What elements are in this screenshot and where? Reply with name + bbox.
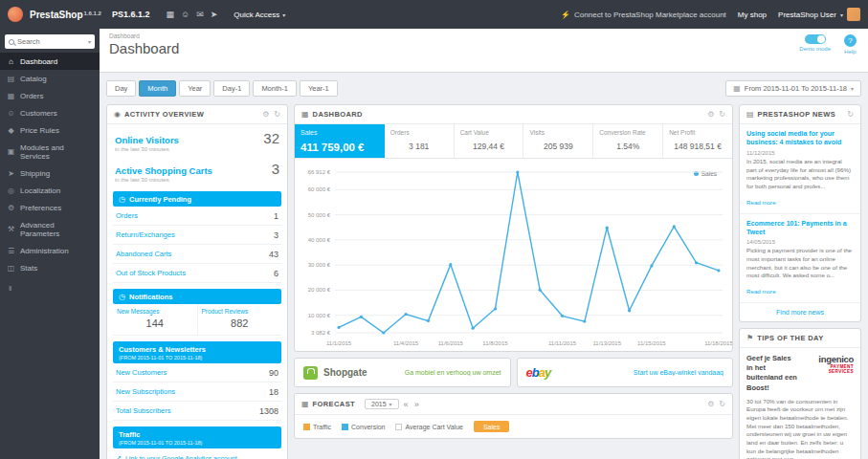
chevron-down-icon: ▾ bbox=[389, 401, 392, 407]
metric-subtext: in the last 30 minutes bbox=[115, 146, 279, 152]
sidebar-item-administration[interactable]: ☰Administration bbox=[0, 242, 100, 259]
kpi-tab-orders[interactable]: Orders3 181 bbox=[385, 124, 455, 158]
out-of-stock-link[interactable]: Out of Stock Products bbox=[116, 269, 186, 277]
refresh-icon[interactable]: ↻ bbox=[719, 110, 725, 119]
read-more-link[interactable]: Read more bbox=[746, 288, 776, 295]
sidebar-item-label: Dashboard bbox=[20, 57, 57, 66]
traffic-checkbox[interactable]: Traffic bbox=[303, 424, 331, 430]
refresh-icon[interactable]: ↻ bbox=[719, 400, 725, 408]
search-input[interactable] bbox=[17, 37, 85, 46]
activity-overview-panel: ◉ ACTIVITY OVERVIEW ⚙↻ Online Visitors32… bbox=[106, 104, 288, 459]
google-analytics-link[interactable]: ↗Link to your Google Analytics account bbox=[107, 448, 287, 459]
panel-title: ACTIVITY OVERVIEW bbox=[124, 110, 204, 119]
orders-link[interactable]: Orders bbox=[116, 211, 138, 220]
date-range-picker[interactable]: ▦ From 2015-11-01 To 2015-11-18 ▾ bbox=[725, 80, 861, 97]
cell-value: 882 bbox=[202, 317, 278, 329]
sidebar-item-customers[interactable]: ☺Customers bbox=[0, 104, 100, 121]
gear-icon[interactable]: ⚙ bbox=[262, 110, 269, 119]
product-reviews-link[interactable]: Product Reviews bbox=[202, 308, 278, 315]
date-range-subtitle: (FROM 2015-11-01 TO 2015-11-18) bbox=[119, 440, 276, 446]
sidebar-collapse-button[interactable]: ‖ bbox=[0, 276, 100, 300]
active-carts-link[interactable]: Active Shopping Carts bbox=[115, 165, 212, 176]
read-more-link[interactable]: Read more bbox=[746, 199, 776, 206]
sidebar-item-stats[interactable]: ◫Stats bbox=[0, 259, 100, 276]
new-messages-link[interactable]: New Messages bbox=[117, 308, 193, 315]
filter-button-year-1[interactable]: Year-1 bbox=[300, 80, 338, 97]
user-menu[interactable]: PrestaShop User ▾ bbox=[778, 8, 860, 21]
sidebar-item-shipping[interactable]: ➤Shipping bbox=[0, 164, 100, 182]
sidebar-item-label: Preferences bbox=[20, 204, 61, 212]
filter-button-month-1[interactable]: Month-1 bbox=[253, 80, 297, 97]
sales-series-button[interactable]: Sales bbox=[474, 421, 510, 432]
find-more-news-link[interactable]: Find more news bbox=[740, 303, 860, 321]
kpi-tab-sales[interactable]: Sales411 759,00 € bbox=[295, 124, 385, 158]
customers-row: New Subscriptions18 bbox=[113, 382, 281, 402]
sidebar-item-localization[interactable]: ◎Localization bbox=[0, 182, 100, 199]
total-subscribers-link[interactable]: Total Subscribers bbox=[116, 406, 171, 415]
article-title-link[interactable]: Using social media for your business: 4 … bbox=[746, 129, 854, 147]
messages-icon[interactable]: ✉ bbox=[196, 10, 204, 19]
gear-icon[interactable]: ⚙ bbox=[707, 110, 714, 119]
shopgate-logo-icon bbox=[303, 366, 318, 380]
kpi-tab-conversion-rate[interactable]: Conversion Rate1.54% bbox=[593, 124, 663, 158]
sidebar-item-label: Shipping bbox=[20, 169, 50, 178]
filter-button-day-1[interactable]: Day-1 bbox=[213, 80, 250, 97]
refresh-icon[interactable]: ↻ bbox=[274, 110, 280, 119]
shopgate-link[interactable]: Ga mobiel en verhoog uw omzet bbox=[405, 369, 501, 376]
panel-title: PRESTASHOP NEWS bbox=[758, 110, 836, 119]
notifications-cells: New Messages144 Product Reviews882 bbox=[113, 304, 281, 336]
kpi-tab-visits[interactable]: Visits205 939 bbox=[523, 124, 593, 158]
quick-access-menu[interactable]: Quick Access▾ bbox=[234, 11, 285, 19]
article-body: In 2015, social media are an integral pa… bbox=[746, 158, 854, 191]
sidebar-item-catalog[interactable]: ▤Catalog bbox=[0, 70, 100, 87]
article-title-link[interactable]: Ecommerce 101: Payments in a Tweet bbox=[746, 219, 854, 237]
returns-link[interactable]: Return/Exchanges bbox=[116, 230, 175, 239]
sidebar-item-label: Administration bbox=[20, 247, 69, 255]
sidebar-item-orders[interactable]: ▦Orders bbox=[0, 87, 100, 104]
new-customers-link[interactable]: New Customers bbox=[116, 368, 167, 377]
refresh-icon[interactable]: ↻ bbox=[847, 110, 854, 119]
admin-icon: ☰ bbox=[7, 247, 15, 255]
ebay-link[interactable]: Start uw eBay-winkel vandaag bbox=[634, 369, 723, 376]
new-subscriptions-link[interactable]: New Subscriptions bbox=[116, 387, 175, 396]
chart-y-axis: 66 912 €60 000 €50 000 €40 000 €30 000 €… bbox=[299, 168, 335, 339]
kpi-tab-net-profit[interactable]: Net Profit148 918,51 € bbox=[663, 124, 732, 158]
sidebar-search[interactable]: ▾ bbox=[5, 34, 95, 49]
forecast-year-select[interactable]: 2015▾ bbox=[365, 399, 399, 409]
demo-mode-toggle[interactable] bbox=[805, 34, 826, 44]
article-body: Picking a payment provider is one of the… bbox=[746, 247, 854, 280]
chevron-down-icon: ▾ bbox=[282, 11, 285, 18]
center-column: ▦ DASHBOARD ⚙↻ Sales411 759,00 € Orders3… bbox=[294, 104, 733, 439]
kpi-tab-cart-value[interactable]: Cart Value129,44 € bbox=[455, 124, 524, 158]
topbar-icons: ▦ ☺ ✉ ➤ bbox=[166, 10, 217, 19]
previous-year-button[interactable]: « bbox=[403, 400, 410, 409]
sidebar-item-dashboard[interactable]: ⌂Dashboard bbox=[0, 53, 100, 70]
gear-icon[interactable]: ⚙ bbox=[707, 400, 714, 408]
rocket-icon[interactable]: ➤ bbox=[211, 10, 218, 19]
sidebar-item-label: Modules and Services bbox=[20, 143, 93, 161]
globe-icon: ◎ bbox=[7, 186, 15, 195]
abandoned-carts-link[interactable]: Abandoned Carts bbox=[116, 250, 171, 258]
sidebar-item-advanced-parameters[interactable]: ⚒Advanced Parameters bbox=[0, 216, 100, 242]
next-year-button[interactable]: » bbox=[413, 400, 420, 409]
sidebar-item-price-rules[interactable]: ◆Price Rules bbox=[0, 121, 100, 139]
average-cart-value-checkbox[interactable]: Average Cart Value bbox=[395, 424, 462, 430]
my-shop-link[interactable]: My shop bbox=[738, 11, 767, 19]
date-range-subtitle: (FROM 2015-11-01 TO 2015-11-18) bbox=[119, 355, 276, 361]
help-icon[interactable]: ? bbox=[844, 34, 857, 47]
sidebar-item-modules[interactable]: ▣Modules and Services bbox=[0, 139, 100, 164]
sidebar-item-preferences[interactable]: ⚙Preferences bbox=[0, 199, 100, 216]
activity-icon: ◉ bbox=[114, 110, 121, 119]
online-visitors-link[interactable]: Online Visitors bbox=[115, 135, 179, 145]
panel-header: ▤ PRESTASHOP NEWS ↻ bbox=[740, 105, 860, 124]
filter-button-day[interactable]: Day bbox=[106, 80, 136, 97]
cart-icon[interactable]: ▦ bbox=[166, 10, 174, 19]
customers-row: Total Subscribers1308 bbox=[113, 402, 281, 421]
row-value: 18 bbox=[269, 387, 278, 397]
filter-button-year[interactable]: Year bbox=[179, 80, 211, 97]
tip-headline: Geef je Sales in het buitenland een Boos… bbox=[746, 354, 799, 393]
filter-button-month[interactable]: Month bbox=[139, 80, 176, 97]
marketplace-link[interactable]: ⚡Connect to PrestaShop Marketplace accou… bbox=[561, 11, 726, 19]
conversion-checkbox[interactable]: Conversion bbox=[342, 424, 385, 430]
customers-icon[interactable]: ☺ bbox=[181, 10, 189, 19]
